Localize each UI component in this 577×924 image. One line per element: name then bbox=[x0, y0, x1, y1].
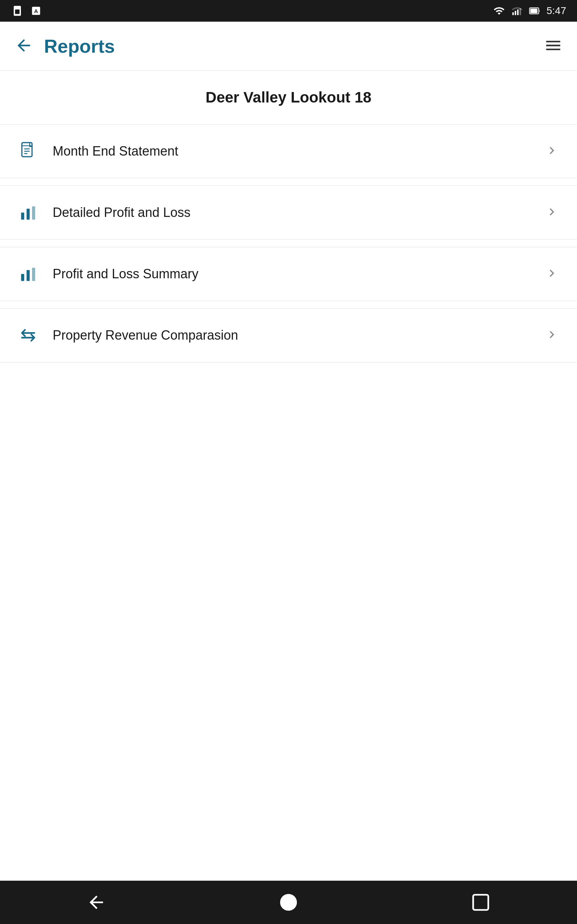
svg-rect-7 bbox=[519, 8, 521, 15]
svg-rect-5 bbox=[515, 11, 516, 15]
status-time: 5:47 bbox=[547, 5, 567, 16]
chart-bar-icon-2 bbox=[18, 264, 38, 284]
report-item-left: Month End Statement bbox=[18, 141, 178, 162]
battery-icon bbox=[529, 4, 542, 17]
report-item-label: Detailed Profit and Loss bbox=[53, 205, 190, 220]
svg-text:A: A bbox=[34, 8, 38, 14]
svg-rect-14 bbox=[21, 213, 24, 220]
sim-icon bbox=[11, 4, 24, 17]
chevron-right-icon bbox=[545, 205, 559, 221]
status-bar-left: A bbox=[11, 4, 43, 17]
list-item-property-revenue-comparison[interactable]: Property Revenue Comparasion bbox=[0, 308, 577, 362]
svg-rect-21 bbox=[473, 895, 488, 910]
nav-home-button[interactable] bbox=[274, 888, 303, 917]
property-title-section: Deer Valley Lookout 18 bbox=[0, 71, 577, 117]
chevron-right-icon bbox=[545, 143, 559, 159]
list-item-profit-loss-summary[interactable]: Profit and Loss Summary bbox=[0, 247, 577, 301]
svg-rect-19 bbox=[32, 268, 35, 281]
svg-rect-4 bbox=[512, 12, 514, 15]
report-item-label: Property Revenue Comparasion bbox=[53, 328, 238, 343]
report-list: Month End Statement Detailed Profit and … bbox=[0, 124, 577, 362]
status-bar: A 5:47 bbox=[0, 0, 577, 22]
svg-point-20 bbox=[280, 894, 297, 911]
svg-rect-10 bbox=[22, 142, 32, 157]
transfer-icon bbox=[18, 325, 38, 346]
bottom-navigation bbox=[0, 881, 577, 924]
svg-rect-18 bbox=[27, 270, 30, 281]
app-icon: A bbox=[29, 4, 43, 17]
svg-rect-6 bbox=[517, 10, 519, 15]
report-item-left: Detailed Profit and Loss bbox=[18, 202, 190, 223]
list-item-detailed-profit-loss[interactable]: Detailed Profit and Loss bbox=[0, 186, 577, 240]
nav-recent-button[interactable] bbox=[466, 888, 495, 917]
list-item-month-end-statement[interactable]: Month End Statement bbox=[0, 124, 577, 178]
svg-rect-16 bbox=[32, 207, 35, 220]
svg-rect-1 bbox=[15, 10, 20, 14]
wifi-icon bbox=[493, 4, 506, 17]
svg-rect-15 bbox=[27, 208, 30, 220]
back-button[interactable] bbox=[15, 36, 33, 56]
report-item-left: Profit and Loss Summary bbox=[18, 264, 198, 284]
document-icon bbox=[18, 141, 38, 162]
property-title: Deer Valley Lookout 18 bbox=[15, 89, 562, 106]
app-bar: Reports bbox=[0, 22, 577, 71]
chevron-right-icon bbox=[545, 327, 559, 343]
chart-bar-icon bbox=[18, 202, 38, 223]
signal-icon bbox=[511, 4, 524, 17]
report-item-label: Month End Statement bbox=[53, 144, 178, 159]
svg-rect-17 bbox=[21, 274, 24, 281]
report-item-left: Property Revenue Comparasion bbox=[18, 325, 238, 346]
nav-back-button[interactable] bbox=[82, 888, 111, 917]
chevron-right-icon bbox=[545, 266, 559, 282]
status-bar-right: 5:47 bbox=[493, 4, 567, 17]
menu-button[interactable] bbox=[544, 36, 562, 56]
app-bar-left: Reports bbox=[15, 36, 115, 57]
report-item-label: Profit and Loss Summary bbox=[53, 267, 198, 281]
page-title: Reports bbox=[44, 36, 115, 57]
svg-rect-9 bbox=[530, 9, 537, 13]
